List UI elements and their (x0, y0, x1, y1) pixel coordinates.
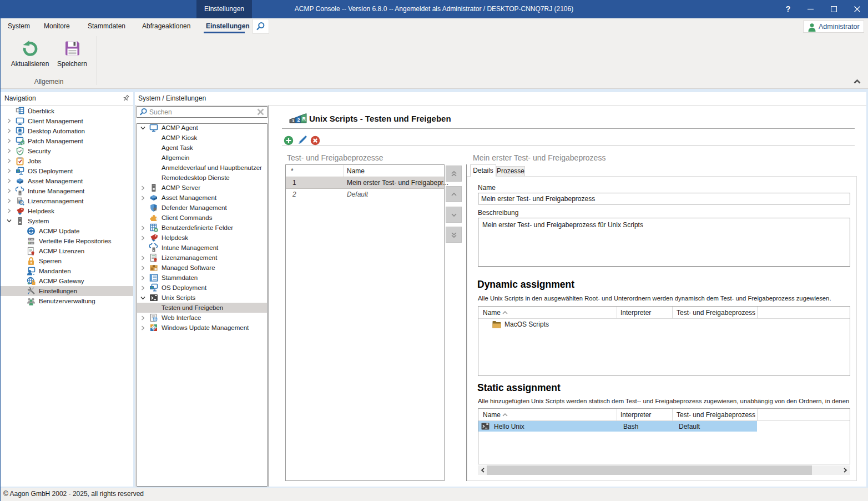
svg-text:R: R (302, 116, 306, 122)
svg-text:1: 1 (292, 118, 295, 123)
svg-text:2: 2 (297, 117, 300, 123)
